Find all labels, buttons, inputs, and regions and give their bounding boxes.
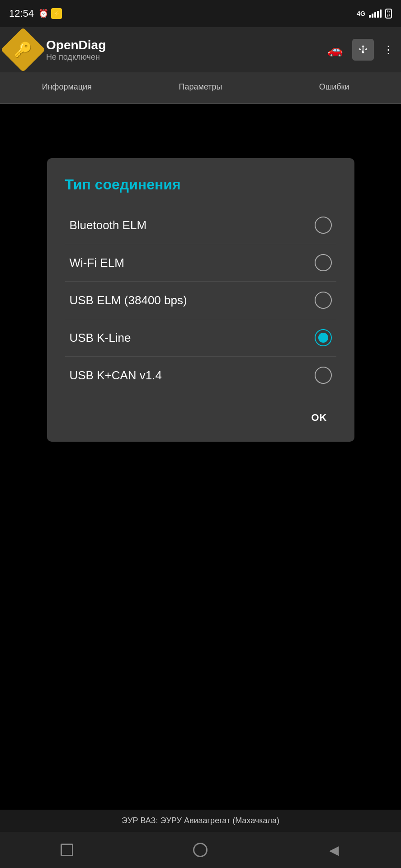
tab-errors[interactable]: Ошибки [267, 72, 401, 103]
status-icons: ⏰ ⚡ [38, 8, 62, 19]
back-icon: ◀ [329, 843, 339, 858]
tabs-bar: Информация Параметры Ошибки [0, 72, 401, 104]
option-usb-elm-label: USB ELM (38400 bps) [70, 293, 187, 307]
radio-usb-kline[interactable] [315, 329, 332, 346]
alarm-icon: ⏰ [38, 9, 48, 19]
radio-usb-kcan[interactable] [315, 367, 332, 384]
status-time: 12:54 [9, 8, 34, 19]
bar1 [369, 15, 371, 18]
option-wifi-elm[interactable]: Wi-Fi ELM [65, 244, 336, 282]
battery-text: 69 [386, 11, 391, 16]
radio-wifi-elm[interactable] [315, 254, 332, 271]
usb-icon[interactable] [352, 39, 374, 61]
option-usb-kcan-label: USB K+CAN v1.4 [70, 368, 162, 382]
option-usb-kcan[interactable]: USB K+CAN v1.4 [65, 357, 336, 394]
signal-bars [369, 9, 382, 18]
dialog-options: Bluetooth ELM Wi-Fi ELM USB ELM (38400 b… [65, 207, 336, 394]
dialog-title: Тип соединения [65, 176, 336, 193]
status-right: 4G 69 [357, 9, 392, 19]
radio-inner-selected [318, 333, 328, 343]
bar4 [377, 11, 379, 18]
option-bluetooth-elm[interactable]: Bluetooth ELM [65, 207, 336, 244]
option-wifi-elm-label: Wi-Fi ELM [70, 256, 124, 270]
car-icon[interactable]: 🚗 [327, 42, 343, 57]
header-actions: 🚗 ⋮ [327, 39, 394, 61]
signal-4g: 4G [357, 10, 365, 17]
bar3 [374, 12, 376, 18]
bottom-status-bar: ЭУР ВАЗ: ЭУРУ Авиаагрегат (Махачкала) [0, 810, 401, 832]
ok-button[interactable]: OK [302, 407, 336, 428]
option-usb-kline-label: USB K-Line [70, 331, 131, 345]
tab-info[interactable]: Информация [0, 72, 134, 103]
dialog-footer: OK [65, 403, 336, 428]
nav-home-button[interactable] [189, 839, 212, 861]
status-bar: 12:54 ⏰ ⚡ 4G 69 [0, 0, 401, 27]
app-subtitle: Не подключен [46, 52, 320, 62]
bottom-status-text: ЭУР ВАЗ: ЭУРУ Авиаагрегат (Махачкала) [122, 816, 279, 825]
app-header: 🔑 OpenDiag Не подключен 🚗 ⋮ [0, 27, 401, 72]
recent-apps-icon [61, 844, 73, 856]
navigation-bar: ◀ [0, 832, 401, 868]
status-left: 12:54 ⏰ ⚡ [9, 8, 62, 19]
bar5 [380, 9, 382, 18]
battery: 69 [385, 9, 392, 19]
connection-type-dialog: Тип соединения Bluetooth ELM Wi-Fi ELM U… [47, 158, 354, 442]
home-icon [193, 843, 208, 857]
app-name: OpenDiag [46, 38, 320, 52]
nav-recent-button[interactable] [56, 839, 78, 861]
option-usb-kline[interactable]: USB K-Line [65, 319, 336, 357]
bar2 [372, 14, 373, 18]
radio-bluetooth-elm[interactable] [315, 217, 332, 234]
tab-params[interactable]: Параметры [134, 72, 268, 103]
app-title-block: OpenDiag Не подключен [46, 38, 320, 62]
main-content: Тип соединения Bluetooth ELM Wi-Fi ELM U… [0, 104, 401, 807]
app-logo: 🔑 [7, 34, 39, 66]
option-bluetooth-elm-label: Bluetooth ELM [70, 218, 147, 232]
more-options-icon[interactable]: ⋮ [383, 43, 394, 56]
nav-back-button[interactable]: ◀ [323, 839, 345, 861]
radio-usb-elm[interactable] [315, 292, 332, 309]
bolt-icon: ⚡ [51, 8, 62, 19]
logo-key: 🔑 [14, 41, 32, 58]
option-usb-elm[interactable]: USB ELM (38400 bps) [65, 282, 336, 319]
